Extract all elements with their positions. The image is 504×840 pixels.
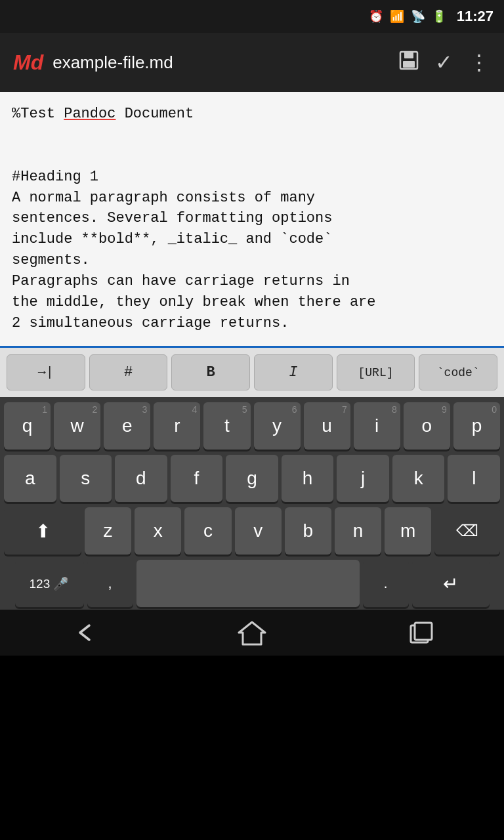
- key-m[interactable]: m: [385, 507, 431, 555]
- app-logo: Md: [13, 51, 43, 75]
- italic-button[interactable]: I: [254, 354, 333, 390]
- more-options-button[interactable]: ⋮: [469, 50, 491, 75]
- recents-button[interactable]: [408, 620, 433, 645]
- key-r[interactable]: 4r: [154, 402, 200, 450]
- key-i[interactable]: 8i: [354, 402, 400, 450]
- wifi-icon: 📶: [390, 9, 404, 24]
- app-title: example-file.md: [52, 52, 383, 73]
- key-k[interactable]: k: [392, 455, 445, 502]
- key-e[interactable]: 3e: [104, 402, 150, 450]
- key-y[interactable]: 6y: [254, 402, 301, 450]
- svg-rect-1: [404, 52, 413, 58]
- key-s[interactable]: s: [60, 455, 112, 502]
- return-button[interactable]: ↵: [412, 560, 490, 607]
- key-h[interactable]: h: [282, 455, 334, 502]
- keyboard-row-2: a s d f g h j k l: [0, 452, 504, 505]
- return-icon: ↵: [443, 573, 458, 595]
- svg-rect-2: [403, 61, 415, 68]
- keyboard: 1q 2w 3e 4r 5t 6y 7u 8i 9o 0p a s: [0, 397, 504, 610]
- back-button[interactable]: [71, 620, 96, 645]
- period-button[interactable]: .: [363, 560, 409, 607]
- key-v[interactable]: v: [235, 507, 282, 555]
- status-bar: ⏰ 📶 📡 🔋 11:27: [0, 0, 504, 33]
- more-icon: ⋮: [469, 51, 491, 74]
- key-a[interactable]: a: [4, 455, 56, 502]
- key-b[interactable]: b: [285, 507, 331, 555]
- shift-button[interactable]: ⬆: [4, 507, 81, 555]
- bold-button[interactable]: B: [171, 354, 250, 390]
- key-t[interactable]: 5t: [203, 402, 250, 450]
- url-button[interactable]: [URL]: [337, 354, 415, 390]
- confirm-button[interactable]: ✓: [435, 50, 453, 75]
- svg-rect-5: [415, 623, 432, 640]
- numbers-button[interactable]: 123 🎤: [15, 560, 84, 607]
- key-f[interactable]: f: [171, 455, 223, 502]
- key-j[interactable]: j: [337, 455, 389, 502]
- key-x[interactable]: x: [135, 507, 181, 555]
- svg-marker-3: [239, 622, 265, 644]
- key-n[interactable]: n: [335, 507, 381, 555]
- cursor-line: [0, 346, 504, 348]
- battery-icon: 🔋: [432, 9, 446, 24]
- app-bar: Md example-file.md ✓ ⋮: [0, 33, 504, 92]
- keyboard-row-4: 123 🎤 , . ↵: [0, 557, 504, 610]
- alarm-icon: ⏰: [369, 9, 383, 24]
- keyboard-row-1: 1q 2w 3e 4r 5t 6y 7u 8i 9o 0p: [0, 400, 504, 452]
- key-g[interactable]: g: [226, 455, 278, 502]
- space-button[interactable]: [136, 560, 360, 607]
- key-c[interactable]: c: [184, 507, 231, 555]
- key-d[interactable]: d: [115, 455, 167, 502]
- format-toolbar: →| # B I [URL] `code`: [0, 348, 504, 397]
- check-icon: ✓: [435, 51, 453, 74]
- backspace-button[interactable]: ⌫: [434, 507, 500, 555]
- editor-area[interactable]: %Test Pandoc Document #Heading 1 A norma…: [0, 92, 504, 348]
- tab-button[interactable]: →|: [7, 354, 85, 390]
- editor-content[interactable]: %Test Pandoc Document #Heading 1 A norma…: [12, 104, 492, 334]
- key-z[interactable]: z: [85, 507, 131, 555]
- key-w[interactable]: 2w: [54, 402, 100, 450]
- shift-icon: ⬆: [35, 520, 51, 542]
- code-button[interactable]: `code`: [419, 354, 497, 390]
- save-button[interactable]: [398, 50, 419, 75]
- backspace-icon: ⌫: [456, 522, 478, 540]
- comma-button[interactable]: ,: [87, 560, 133, 607]
- key-o[interactable]: 9o: [404, 402, 450, 450]
- status-time: 11:27: [457, 8, 494, 25]
- key-p[interactable]: 0p: [453, 402, 500, 450]
- home-button[interactable]: [238, 620, 266, 646]
- key-q[interactable]: 1q: [4, 402, 51, 450]
- key-u[interactable]: 7u: [304, 402, 350, 450]
- signal-icon: 📡: [411, 9, 425, 24]
- heading-button[interactable]: #: [89, 354, 168, 390]
- bottom-nav: [0, 610, 504, 656]
- key-l[interactable]: l: [448, 455, 500, 502]
- keyboard-row-3: ⬆ z x c v b n m ⌫: [0, 505, 504, 557]
- pandoc-word: Pandoc: [64, 106, 116, 122]
